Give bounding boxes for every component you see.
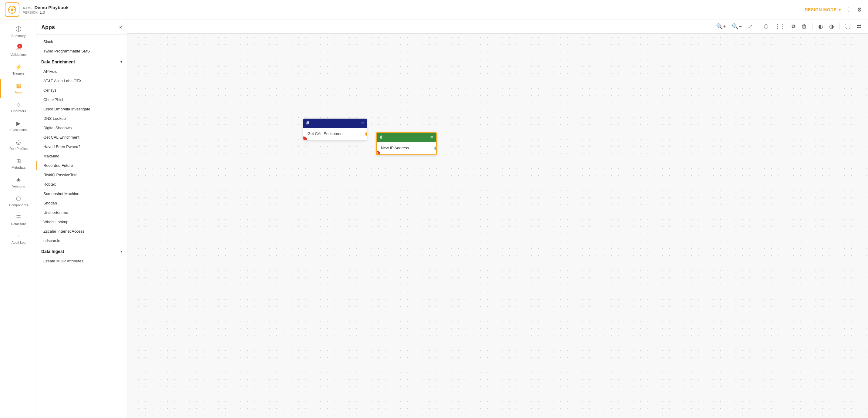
fullscreen-button[interactable]: ⛶	[843, 22, 852, 31]
workflow-canvas[interactable]: # ≡ Get CAL Enrichment ! # ≡	[127, 34, 868, 418]
node-get-cal-enrichment[interactable]: # ≡ Get CAL Enrichment !	[303, 119, 367, 140]
sidebar-nav: ⓘ Summary ⚠ 4 Validations ⚡ Triggers ▦ A…	[0, 20, 36, 418]
sidebar-item-run-profiles[interactable]: ◎ Run Profiles	[0, 135, 36, 154]
node-output-connector[interactable]	[365, 132, 367, 137]
name-label: NAME	[23, 6, 32, 10]
list-item[interactable]: DNS Lookup	[36, 114, 127, 123]
list-item[interactable]: APIVoid	[36, 67, 127, 76]
chevron-down-icon: ▾	[120, 60, 122, 64]
node-label: New IP Address	[381, 146, 409, 150]
list-item[interactable]: MaxMind	[36, 151, 127, 161]
toolbar-divider	[758, 23, 758, 29]
svg-point-1	[11, 8, 13, 11]
main-layout: ⓘ Summary ⚠ 4 Validations ⚡ Triggers ▦ A…	[0, 20, 868, 418]
sidebar-item-summary[interactable]: ⓘ Summary	[0, 22, 36, 41]
node-menu-icon[interactable]: ≡	[430, 135, 433, 140]
data-ingest-section-header[interactable]: Data Ingest ▾	[36, 245, 127, 256]
versions-icon: ◈	[17, 177, 21, 183]
list-item[interactable]: Robtex	[36, 180, 127, 189]
chevron-down-icon: ▾	[839, 7, 841, 12]
list-item[interactable]: Zscaler Internet Access	[36, 227, 127, 236]
sidebar-item-apps[interactable]: ▦ Apps	[0, 79, 36, 98]
components-icon: ⬡	[16, 196, 21, 202]
design-mode-button[interactable]: DESIGN MODE ▾	[805, 7, 841, 12]
app-logo	[5, 2, 20, 17]
node-new-ip-address[interactable]: # ≡ New IP Address !	[376, 132, 437, 155]
canvas-toolbar: 🔍+ 🔍− ⤢ ⬡ ⋮⋮ ⧉ 🗑 ◐ ◑ ⛶ ⇄	[127, 20, 868, 34]
list-item[interactable]: Whois Lookup	[36, 217, 127, 227]
sidebar-item-versions[interactable]: ◈ Versions	[0, 173, 36, 192]
list-item[interactable]: RiskIQ PassiveTotal	[36, 170, 127, 180]
node-body: Get CAL Enrichment !	[303, 128, 367, 140]
sidebar-item-triggers[interactable]: ⚡ Triggers	[0, 60, 36, 79]
delete-button[interactable]: 🗑	[800, 22, 809, 31]
list-item[interactable]: Create MISP Attributes	[36, 256, 127, 266]
list-item[interactable]: Slack	[36, 37, 127, 47]
list-item[interactable]: Censys	[36, 86, 127, 95]
list-item[interactable]: Have I Been Pwned?	[36, 142, 127, 151]
sidebar-item-validations[interactable]: ⚠ 4 Validations	[0, 41, 36, 60]
sidebar-item-metadata[interactable]: ⊞ Metadata	[0, 154, 36, 173]
sidebar-item-operators[interactable]: ◇ Operators	[0, 98, 36, 117]
triggers-icon: ⚡	[15, 64, 22, 70]
info-icon: ⓘ	[16, 26, 21, 32]
toolbar-divider	[812, 23, 813, 29]
fit-button[interactable]: ⤢	[746, 22, 754, 31]
header-title: NAME Demo Playbook VERSION 1.0	[23, 5, 68, 14]
node-error-badge: !	[303, 136, 308, 140]
more-options-button[interactable]: ⋮	[844, 5, 852, 14]
node-header: # ≡	[303, 119, 367, 128]
validations-badge: 4	[17, 44, 22, 49]
apps-panel: Apps × Slack Twilio Programmable SMS Dat…	[36, 20, 127, 418]
header-right: DESIGN MODE ▾ ⋮ ⚙	[805, 5, 863, 14]
version-label: VERSION	[23, 11, 38, 14]
metadata-icon: ⊞	[17, 158, 21, 165]
zoom-out-button[interactable]: 🔍−	[730, 22, 744, 31]
executions-icon: ▶	[17, 120, 21, 127]
toggle-right-button[interactable]: ◑	[827, 22, 836, 31]
list-item[interactable]: Unshorten.me	[36, 208, 127, 217]
node-header: # ≡	[377, 133, 436, 142]
section-title: Data Enrichment	[41, 59, 75, 64]
list-item[interactable]: AT&T Alien Labs OTX	[36, 76, 127, 86]
list-item[interactable]: Screenshot Machine	[36, 189, 127, 199]
duplicate-button[interactable]: ⧉	[790, 22, 797, 31]
sidebar-item-components[interactable]: ⬡ Components	[0, 192, 36, 210]
sidebar-item-datastore[interactable]: ☰ DataStore	[0, 210, 36, 229]
settings-button[interactable]: ⚙	[856, 5, 863, 14]
list-item[interactable]: Get CAL Enrichment	[36, 132, 127, 142]
playbook-version: 1.0	[40, 10, 45, 14]
list-item[interactable]: urlscan.io	[36, 236, 127, 245]
list-item[interactable]: CheckPhish	[36, 95, 127, 104]
list-item[interactable]: Digital Shadows	[36, 123, 127, 132]
canvas-area: 🔍+ 🔍− ⤢ ⬡ ⋮⋮ ⧉ 🗑 ◐ ◑ ⛶ ⇄ # ≡	[127, 20, 868, 418]
list-item-recorded-future[interactable]: Recorded Future	[36, 161, 127, 170]
toolbar-divider	[839, 23, 840, 29]
node-hash-icon: #	[380, 135, 382, 140]
data-enrichment-section-header[interactable]: Data Enrichment ▾	[36, 56, 127, 67]
zoom-in-button[interactable]: 🔍+	[714, 22, 728, 31]
sidebar-item-audit-log[interactable]: ≡ Audit Log	[0, 229, 36, 248]
node-error-badge: !	[376, 150, 381, 155]
cube-button[interactable]: ⬡	[762, 22, 770, 31]
list-item[interactable]: Shodan	[36, 199, 127, 208]
run-profiles-icon: ◎	[16, 139, 21, 146]
toggle-left-button[interactable]: ◐	[816, 22, 825, 31]
apps-panel-title: Apps	[41, 24, 55, 31]
list-item[interactable]: Twilio Programmable SMS	[36, 47, 127, 56]
audit-log-icon: ≡	[17, 233, 20, 239]
header-left: NAME Demo Playbook VERSION 1.0	[5, 2, 68, 17]
sidebar-item-executions[interactable]: ▶ Executions	[0, 117, 36, 135]
section-title: Data Ingest	[41, 249, 64, 254]
list-item[interactable]: Cisco Umbrella Investigate	[36, 104, 127, 114]
hierarchy-button[interactable]: ⋮⋮	[773, 22, 787, 31]
node-output-connector[interactable]	[434, 146, 437, 151]
datastore-icon: ☰	[16, 214, 21, 221]
node-hash-icon: #	[306, 120, 309, 126]
apps-panel-close-button[interactable]: ×	[119, 24, 122, 31]
apps-list: Slack Twilio Programmable SMS Data Enric…	[36, 35, 127, 418]
node-menu-icon[interactable]: ≡	[361, 120, 364, 126]
top-header: NAME Demo Playbook VERSION 1.0 DESIGN MO…	[0, 0, 868, 20]
share-button[interactable]: ⇄	[855, 22, 863, 31]
apps-icon: ▦	[16, 83, 21, 89]
